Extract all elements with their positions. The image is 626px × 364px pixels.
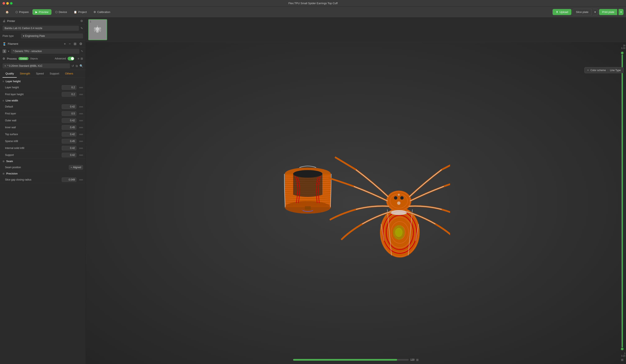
inner-wall-row: Inner wall mm [0, 124, 85, 131]
printer-name-display[interactable]: Bambu Lab X1 Carbon 0.4 nozzle [2, 26, 79, 31]
svg-point-22 [397, 201, 400, 205]
layer-height-row: Layer height mm [0, 84, 85, 91]
slice-gap-label: Slice gap closing radius [5, 178, 62, 181]
printer-icon: 🖨 [2, 19, 5, 23]
home-button[interactable]: 🏠 [2, 9, 12, 15]
process-grid-icon[interactable]: ⊞ [80, 57, 83, 60]
layer-height-group-label: Layer height [6, 80, 21, 83]
process-icon: ⚙ [2, 57, 5, 60]
first-layer-height-row: First layer height mm [0, 91, 85, 98]
prepare-button[interactable]: ⬡ Prepare [13, 9, 32, 15]
print-dropdown-button[interactable]: ▾ [619, 9, 624, 15]
svg-point-16 [391, 210, 407, 215]
seam-arrow: ▾ [71, 166, 72, 169]
process-profile-name[interactable]: ▾ * 0.20mm Standard @BBL X1C [2, 63, 70, 69]
first-layer-height-label: First layer height [5, 93, 62, 96]
layer-height-unit: mm [77, 86, 83, 89]
line-width-group-header: ≡ Line width [0, 98, 85, 103]
layer-height-input[interactable] [62, 85, 76, 90]
device-button[interactable]: ⬡ Device [52, 9, 70, 15]
layer-slider-handle-top[interactable] [621, 51, 624, 55]
support-input[interactable] [62, 153, 76, 157]
layer-height-group-header: ≡ Layer height [0, 79, 85, 84]
printer-settings-icon[interactable]: ⚙ [80, 19, 83, 23]
first-layer-height-unit: mm [77, 93, 83, 96]
filament-settings-button[interactable]: ⚙ [78, 42, 83, 46]
tab-others[interactable]: Others [62, 70, 76, 78]
plate-type-value[interactable]: ▾ Engineering Plate [21, 34, 83, 38]
inner-wall-label: Inner wall [5, 126, 62, 129]
sparse-infill-input[interactable] [62, 139, 76, 144]
color-scheme-label: Color scheme [590, 69, 606, 72]
sparse-infill-row: Sparse infill mm [0, 138, 85, 145]
close-dot[interactable] [2, 2, 5, 5]
tab-speed[interactable]: Speed [33, 70, 47, 78]
seam-position-dropdown[interactable]: ▾ Aligned [69, 165, 83, 170]
seam-value: Aligned [73, 166, 81, 169]
progress-bar-container: 120 ⊞ [293, 358, 419, 362]
sparse-infill-label: Sparse infill [5, 140, 62, 143]
first-layer-height-input[interactable] [62, 92, 76, 97]
inner-wall-input[interactable] [62, 125, 76, 130]
slice-gap-input[interactable] [62, 177, 76, 182]
process-action-icons: ≡ ⊞ [78, 57, 83, 60]
model-svg [262, 132, 450, 274]
project-button[interactable]: 📋 Project [71, 9, 89, 15]
minimize-dot[interactable] [6, 2, 9, 5]
plate-type-row: Plate type ▾ Engineering Plate [0, 32, 85, 40]
svg-point-17 [394, 196, 397, 200]
plate-spider-preview: 🕷 [94, 25, 101, 34]
slider-layers-icon[interactable]: ⊞ [621, 358, 624, 362]
plate-type-text: Engineering Plate [25, 35, 45, 37]
toolbar: 🏠 ⬡ Prepare ▶ Preview ⬡ Device 📋 Project… [0, 7, 626, 18]
profile-arrow: ▾ [5, 64, 6, 67]
slice-dropdown-button[interactable]: ▾ [593, 9, 598, 15]
layer-slider-handle-bottom[interactable] [621, 347, 624, 351]
top-surface-input[interactable] [62, 132, 76, 137]
window-controls[interactable] [2, 2, 13, 5]
inner-wall-unit: mm [77, 126, 83, 129]
line-width-group-label: Line width [6, 99, 18, 102]
filament-remove-button[interactable]: − [68, 42, 72, 46]
filament-section-title: Filament [8, 42, 18, 45]
upload-button[interactable]: ⬆ Upload [552, 9, 571, 15]
tab-quality[interactable]: Quality [2, 70, 17, 78]
calibration-button[interactable]: ⚙ Calibration [91, 9, 113, 15]
plate-thumbnail-1[interactable]: 1 🕷 [88, 19, 107, 40]
internal-solid-infill-label: Internal solid infill [5, 147, 62, 149]
maximize-dot[interactable] [10, 2, 13, 5]
process-global-badge[interactable]: Global [18, 57, 29, 60]
process-list-icon[interactable]: ≡ [78, 57, 79, 60]
line-width-group-icon: ≡ [2, 99, 4, 102]
filament-view-button[interactable]: ⊞ [73, 42, 77, 46]
quality-tabs: Quality Strength Speed Support Others [0, 70, 85, 78]
slice-plate-button[interactable]: Slice plate [573, 9, 591, 15]
process-search-icon[interactable]: 🔍 [79, 64, 83, 68]
layers-bottom-icon[interactable]: ⊞ [416, 358, 419, 362]
filament-edit-icon[interactable]: ✎ [81, 50, 83, 53]
seam-position-label: Seam position [5, 166, 69, 169]
tab-strength[interactable]: Strength [17, 70, 33, 78]
printer-edit-icon[interactable]: ✎ [80, 27, 83, 30]
seam-group-icon: ⊛ [2, 160, 5, 163]
first-layer-input[interactable] [62, 111, 76, 116]
device-label: Device [59, 10, 67, 14]
tab-support[interactable]: Support [47, 70, 62, 78]
default-input[interactable] [62, 104, 76, 109]
process-objects-badge[interactable]: Objects [30, 57, 38, 60]
layer-slider-track[interactable] [622, 51, 623, 351]
filament-add-button[interactable]: + [63, 42, 67, 46]
outer-wall-unit: mm [77, 119, 83, 122]
process-reset-icon[interactable]: ↺ [72, 64, 74, 68]
preview-button[interactable]: ▶ Preview [33, 9, 51, 15]
filament-name[interactable]: * Generic TPU - retraction [11, 49, 79, 54]
layer-height-group-icon: ≡ [2, 80, 4, 83]
advanced-toggle[interactable] [68, 57, 74, 60]
project-label: Project [78, 10, 87, 14]
process-copy-icon[interactable]: ⧉ [76, 64, 78, 68]
print-plate-button[interactable]: Print plate [599, 9, 617, 15]
internal-solid-infill-input[interactable] [62, 146, 76, 150]
default-row: Default mm [0, 103, 85, 110]
outer-wall-input[interactable] [62, 118, 76, 123]
viewport-3d[interactable]: ≡ Color scheme | Line Type [86, 42, 626, 364]
